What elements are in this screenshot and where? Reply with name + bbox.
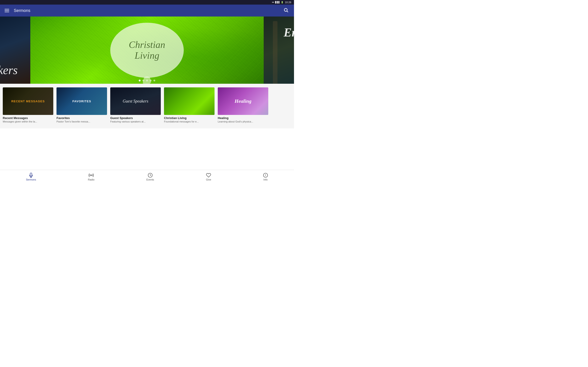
carousel-indicators bbox=[139, 80, 155, 81]
tree-element bbox=[273, 21, 277, 84]
wifi-icon: ▾▾ bbox=[272, 1, 274, 3]
card-healing[interactable]: Healing Healing Learning about God's phy… bbox=[218, 87, 268, 128]
card-recent-messages-label: RECENT MESSAGES bbox=[10, 99, 46, 104]
carousel-title: ChristianLiving bbox=[129, 40, 165, 60]
battery-icon: 🔋 bbox=[281, 1, 284, 3]
card-recent-messages-title: Recent Messages bbox=[3, 116, 53, 120]
search-button[interactable] bbox=[282, 7, 290, 15]
dot-5[interactable] bbox=[153, 80, 155, 81]
card-healing-subtitle: Learning about God's physica... bbox=[218, 120, 268, 123]
dot-3[interactable] bbox=[146, 80, 148, 81]
card-image-christian-living: ChristianLiving bbox=[164, 87, 215, 115]
card-guest-speakers[interactable]: Guest Speakers Guest Speakers Featuring … bbox=[110, 87, 161, 128]
status-time: 10:26 bbox=[285, 1, 291, 4]
svg-line-1 bbox=[287, 11, 288, 12]
card-image-favorites: FAVORITES bbox=[57, 87, 107, 115]
carousel-prev-text: kers bbox=[0, 63, 18, 77]
bottom-nav: Sermons Radio Events Give Info bbox=[0, 170, 294, 184]
card-image-healing: Healing bbox=[218, 87, 268, 115]
nav-info[interactable]: Info bbox=[258, 172, 273, 182]
nav-radio-label: Radio bbox=[88, 178, 95, 181]
carousel[interactable]: kers ChristianLiving Er bbox=[0, 17, 294, 84]
card-christian-living-title: Christian Living bbox=[164, 116, 215, 120]
nav-info-label: Info bbox=[263, 178, 268, 181]
hamburger-line-2 bbox=[5, 10, 9, 11]
app-title: Sermons bbox=[14, 8, 30, 13]
card-guest-speakers-subtitle: Featuring various speakers at... bbox=[110, 120, 161, 123]
nav-give[interactable]: Give bbox=[201, 172, 216, 182]
carousel-slide-next[interactable]: Er bbox=[264, 17, 294, 84]
nav-sermons[interactable]: Sermons bbox=[21, 172, 41, 182]
card-recent-messages-subtitle: Messages given within the la... bbox=[3, 120, 53, 123]
nav-radio[interactable]: Radio bbox=[83, 172, 99, 182]
hamburger-line-1 bbox=[5, 9, 9, 9]
status-bar: ▾▾ ▋▋▋ 🔋 10:26 bbox=[0, 0, 294, 5]
card-christian-living[interactable]: ChristianLiving Christian Living Foundat… bbox=[164, 87, 215, 128]
svg-point-4 bbox=[91, 175, 92, 176]
card-guest-speakers-label: Guest Speakers bbox=[123, 99, 148, 104]
carousel-next-text: Er bbox=[284, 26, 294, 39]
svg-point-0 bbox=[284, 8, 287, 11]
hamburger-line-3 bbox=[5, 12, 9, 12]
app-bar: Sermons bbox=[0, 5, 294, 17]
card-recent-messages[interactable]: RECENT MESSAGES Recent Messages Messages… bbox=[3, 87, 53, 128]
card-guest-speakers-title: Guest Speakers bbox=[110, 116, 161, 120]
nav-sermons-label: Sermons bbox=[26, 178, 36, 181]
menu-button[interactable] bbox=[4, 8, 10, 13]
status-icons: ▾▾ ▋▋▋ 🔋 bbox=[272, 1, 284, 3]
card-healing-title: Healing bbox=[218, 116, 268, 120]
card-favorites-subtitle: Pastor Tom's favorite messa... bbox=[57, 120, 107, 123]
carousel-slide-prev[interactable]: kers bbox=[0, 17, 30, 84]
card-healing-label: Healing bbox=[234, 98, 251, 104]
dot-4[interactable] bbox=[150, 80, 152, 81]
nav-events[interactable]: Events bbox=[142, 172, 159, 182]
card-image-recent-messages: RECENT MESSAGES bbox=[3, 87, 53, 115]
card-christian-living-subtitle: Foundational messages for e... bbox=[164, 120, 215, 123]
speech-bubble: ChristianLiving bbox=[110, 23, 184, 78]
carousel-slide-active[interactable]: ChristianLiving bbox=[30, 17, 264, 84]
dot-1[interactable] bbox=[139, 80, 141, 81]
dot-2[interactable] bbox=[142, 80, 144, 81]
signal-icon: ▋▋▋ bbox=[275, 1, 280, 3]
nav-events-label: Events bbox=[146, 178, 154, 181]
nav-give-label: Give bbox=[206, 178, 211, 181]
cards-section: RECENT MESSAGES Recent Messages Messages… bbox=[0, 84, 294, 128]
card-image-guest-speakers: Guest Speakers bbox=[110, 87, 161, 115]
card-favorites-title: Favorites bbox=[57, 116, 107, 120]
app-bar-left: Sermons bbox=[4, 8, 30, 13]
card-favorites[interactable]: FAVORITES Favorites Pastor Tom's favorit… bbox=[57, 87, 107, 128]
card-favorites-label: FAVORITES bbox=[71, 99, 92, 104]
